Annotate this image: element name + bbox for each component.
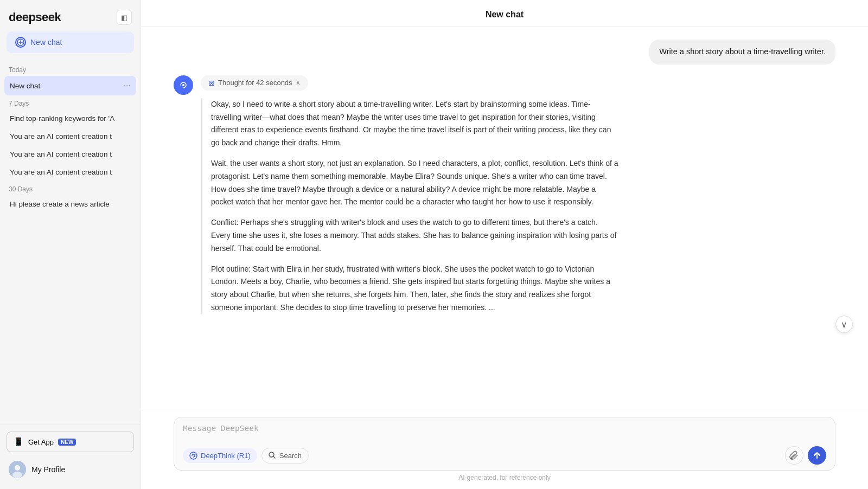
user-message: Write a short story about a time-travell… — [649, 40, 835, 65]
section-7days: 7 Days — [4, 95, 136, 110]
ai-avatar — [174, 75, 193, 95]
sidebar-item-7d-4[interactable]: You are an AI content creation t — [4, 163, 136, 181]
get-app-button[interactable]: 📱 Get App NEW — [7, 432, 134, 452]
sidebar-item-30d-1[interactable]: Hi please create a news article — [4, 195, 136, 213]
chat-item-text: You are an AI content creation t — [10, 150, 131, 158]
collapse-icon: ◧ — [121, 14, 127, 22]
sidebar-footer: 📱 Get App NEW My Profile — [0, 424, 141, 489]
deepthink-label: DeepThink (R1) — [201, 452, 251, 460]
thought-icon: ⊠ — [208, 79, 215, 87]
svg-point-4 — [182, 84, 184, 86]
chat-item-text: You are an AI content creation t — [10, 168, 131, 176]
sidebar-item-today-1[interactable]: New chat ··· — [4, 76, 136, 95]
section-today: Today — [4, 62, 136, 76]
profile-row[interactable]: My Profile — [7, 456, 134, 482]
sidebar-nav: Today New chat ··· 7 Days Find top-ranki… — [0, 62, 141, 424]
sidebar-item-7d-2[interactable]: You are an AI content creation t — [4, 127, 136, 145]
thought-content: Okay, so I need to write a short story a… — [201, 98, 618, 314]
thought-paragraph-2: Conflict: Perhaps she's struggling with … — [211, 216, 618, 255]
main-panel: New chat Write a short story about a tim… — [141, 0, 868, 489]
new-chat-button[interactable]: New chat — [7, 31, 134, 53]
input-actions-left: DeepThink (R1) Search — [183, 448, 309, 464]
collapse-button[interactable]: ◧ — [117, 10, 132, 25]
sidebar-header: deepseek ◧ — [0, 0, 141, 31]
phone-icon: 📱 — [14, 437, 24, 447]
chevron-up-icon: ∧ — [296, 79, 301, 87]
send-button[interactable] — [808, 446, 826, 465]
thought-bar[interactable]: ⊠ Thought for 42 seconds ∧ — [201, 75, 308, 91]
message-input[interactable] — [183, 424, 826, 439]
svg-point-2 — [12, 472, 22, 478]
get-app-label: Get App — [28, 438, 54, 446]
ai-content: ⊠ Thought for 42 seconds ∧ Okay, so I ne… — [201, 75, 618, 314]
svg-point-5 — [190, 452, 197, 459]
logo: deepseek — [9, 10, 61, 24]
input-toolbar: DeepThink (R1) Search — [183, 446, 826, 465]
section-30days: 30 Days — [4, 181, 136, 195]
new-chat-label: New chat — [30, 38, 62, 47]
chat-item-text: New chat — [10, 82, 120, 90]
sidebar-item-7d-3[interactable]: You are an AI content creation t — [4, 145, 136, 163]
chat-item-menu-icon[interactable]: ··· — [120, 81, 131, 91]
thought-paragraph-0: Okay, so I need to write a short story a… — [211, 98, 618, 150]
new-chat-icon — [15, 37, 26, 48]
attach-button[interactable] — [785, 446, 803, 465]
chat-area: Write a short story about a time-travell… — [141, 27, 868, 409]
ai-response: ⊠ Thought for 42 seconds ∧ Okay, so I ne… — [174, 75, 618, 314]
chat-header: New chat — [141, 0, 868, 27]
chat-container: Write a short story about a time-travell… — [141, 27, 868, 409]
thought-paragraph-1: Wait, the user wants a short story, not … — [211, 157, 618, 209]
avatar — [9, 461, 26, 478]
chat-item-text: You are an AI content creation t — [10, 132, 131, 140]
input-actions-right — [785, 446, 826, 465]
new-badge: NEW — [58, 439, 76, 446]
thought-paragraph-3: Plot outline: Start with Elira in her st… — [211, 263, 618, 314]
chat-title: New chat — [486, 10, 524, 19]
ai-disclaimer: AI-generated, for reference only — [174, 471, 835, 482]
thought-label: Thought for 42 seconds — [218, 79, 292, 87]
search-button[interactable]: Search — [261, 448, 309, 464]
chat-item-text: Find top-ranking keywords for 'A — [10, 114, 131, 123]
profile-name: My Profile — [31, 465, 65, 474]
input-box: DeepThink (R1) Search — [174, 417, 835, 471]
sidebar-item-7d-1[interactable]: Find top-ranking keywords for 'A — [4, 110, 136, 127]
search-label: Search — [279, 452, 302, 460]
sidebar: deepseek ◧ New chat Today New chat ··· 7… — [0, 0, 141, 489]
user-message-text: Write a short story about a time-travell… — [659, 47, 826, 56]
svg-point-1 — [15, 465, 20, 471]
chat-item-text: Hi please create a news article — [10, 200, 131, 208]
deepthink-button[interactable]: DeepThink (R1) — [183, 448, 257, 463]
input-area: DeepThink (R1) Search — [141, 409, 868, 489]
scroll-down-button[interactable]: ∨ — [835, 316, 853, 333]
